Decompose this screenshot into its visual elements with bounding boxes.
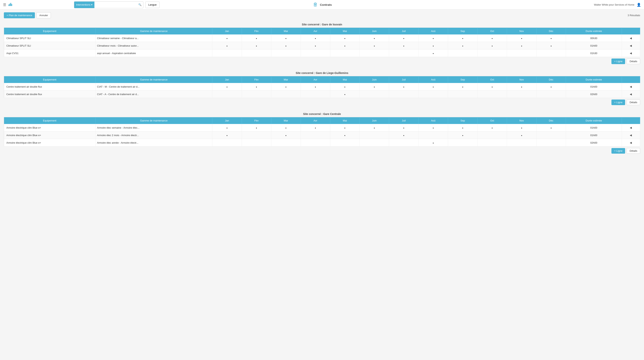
cell-month-0: [212, 139, 242, 146]
row-arrow-button[interactable]: ◀: [629, 141, 633, 145]
cell-duree: 02h00: [566, 139, 622, 146]
cell-month-0: ●: [212, 124, 242, 131]
search-dropdown-button[interactable]: Interventions ▾: [74, 1, 94, 8]
site-table-2: EquipementGamme de maintenanceJanFévMarA…: [4, 117, 640, 146]
col-month-Avr: Avr: [300, 117, 330, 124]
table-row: Armoire électrique clim Blue e+Armoire é…: [4, 139, 640, 146]
hamburger-icon[interactable]: ☰: [3, 3, 6, 7]
table-row: Climatiseur SPLIT SLIClimatiseur mois - …: [4, 42, 640, 49]
cell-arrow: ◀: [622, 139, 640, 146]
month-dot: ●: [374, 45, 375, 47]
svg-rect-2: [10, 3, 11, 6]
details-button[interactable]: Détails: [627, 99, 640, 105]
col-month-Sep: Sep: [448, 117, 478, 124]
month-dot: ●: [226, 134, 228, 136]
col-gamme-header: Gamme de maintenance: [96, 28, 212, 35]
chevron-down-icon: ▾: [91, 3, 92, 6]
cell-gamme: Armoire élec semaine - Armoire élec...: [96, 124, 212, 131]
month-dot: ●: [462, 37, 463, 39]
month-dot: ●: [315, 86, 316, 88]
col-gamme-header: Gamme de maintenance: [96, 76, 212, 83]
cell-month-1: ●: [242, 42, 271, 49]
table-footer-2: + LigneDétails: [4, 148, 640, 154]
cell-arrow: ◀: [622, 42, 640, 49]
row-arrow-button[interactable]: ◀: [629, 44, 633, 47]
cell-month-3: [300, 139, 330, 146]
add-ligne-button[interactable]: + Ligne: [612, 58, 625, 64]
cell-month-0: [212, 90, 242, 98]
month-dot: ●: [403, 37, 404, 39]
chart-icon[interactable]: [8, 3, 12, 7]
cell-month-5: [360, 49, 389, 57]
cell-month-10: ●: [507, 83, 536, 90]
cell-month-4: ●: [330, 90, 360, 98]
row-arrow-button[interactable]: ◀: [629, 51, 633, 55]
cell-month-7: [418, 131, 448, 139]
cell-gamme: CIAT - A - Centre de traitement air d...: [96, 90, 212, 98]
cell-month-11: ●: [536, 83, 566, 90]
details-button[interactable]: Détails: [627, 58, 640, 64]
month-dot: ●: [521, 45, 522, 47]
add-ligne-button[interactable]: + Ligne: [612, 99, 625, 105]
cell-gamme: aspi annuel - Aspiration centralisée: [96, 49, 212, 57]
row-arrow-button[interactable]: ◀: [629, 36, 633, 40]
add-ligne-button[interactable]: + Ligne: [612, 148, 625, 154]
col-month-Sep: Sep: [448, 28, 478, 35]
month-dot: ●: [226, 37, 228, 39]
cell-duree: 00h30: [566, 34, 622, 42]
cell-month-10: [507, 49, 536, 57]
col-month-Déc: Déc: [536, 28, 566, 35]
details-button[interactable]: Détails: [627, 148, 640, 154]
site-title-0: Site concerné : Gare de louvain: [4, 21, 640, 27]
add-plan-button[interactable]: + Plan de maintenance: [4, 12, 35, 18]
langue-button[interactable]: Langue: [145, 1, 159, 8]
content: Site concerné : Gare de louvainEquipemen…: [0, 21, 644, 163]
site-title-1: Site concerné : Gare de Liege-Guillemins: [4, 69, 640, 76]
cell-equipment: Armoire électrique clim Blue e+: [4, 139, 96, 146]
user-icon: 👤: [637, 3, 641, 7]
cell-arrow: ◀: [622, 124, 640, 131]
cell-month-6: [389, 139, 418, 146]
month-dot: ●: [432, 86, 434, 88]
month-dot: ●: [286, 86, 286, 88]
logo: [312, 2, 318, 8]
table-row: Armoire électrique clim Blue e+Armoire é…: [4, 131, 640, 139]
col-month-Mai: Mai: [330, 76, 360, 83]
cell-month-11: ●: [536, 42, 566, 49]
cell-month-6: ●: [389, 42, 418, 49]
cell-month-10: ●: [507, 34, 536, 42]
row-arrow-button[interactable]: ◀: [629, 85, 633, 88]
cell-month-8: ●: [448, 83, 478, 90]
cell-month-9: [478, 131, 507, 139]
search-input[interactable]: [94, 1, 137, 8]
month-dot: ●: [344, 93, 346, 95]
col-equipment-header: Equipement: [4, 117, 96, 124]
cell-month-11: [536, 49, 566, 57]
row-arrow-button[interactable]: ◀: [629, 92, 633, 96]
cell-month-5: [360, 90, 389, 98]
cell-equipment: Centre traitement air double flux: [4, 83, 96, 90]
col-month-Avr: Avr: [300, 28, 330, 35]
cell-month-1: [242, 90, 271, 98]
col-month-Mai: Mai: [330, 28, 360, 35]
cell-month-4: [330, 139, 360, 146]
col-month-Oct: Oct: [478, 117, 507, 124]
cell-month-3: ●: [300, 124, 330, 131]
cell-month-0: ●: [212, 83, 242, 90]
user-label: Walter White pour Services of Home: [594, 3, 634, 6]
cell-month-6: [389, 90, 418, 98]
svg-point-4: [314, 2, 317, 5]
month-dot: ●: [256, 45, 257, 47]
cell-month-7: ●: [418, 34, 448, 42]
cell-month-2: [271, 90, 300, 98]
cell-duree: 01h00: [566, 131, 622, 139]
cell-arrow: ◀: [622, 131, 640, 139]
cell-month-11: [536, 131, 566, 139]
row-arrow-button[interactable]: ◀: [629, 133, 633, 137]
row-arrow-button[interactable]: ◀: [629, 126, 633, 130]
annuler-button[interactable]: Annuler: [36, 12, 51, 18]
search-button[interactable]: 🔍: [137, 1, 143, 8]
site-section-0: Site concerné : Gare de louvainEquipemen…: [4, 21, 640, 64]
cell-month-10: ●: [507, 131, 536, 139]
cell-duree: 02h00: [566, 90, 622, 98]
